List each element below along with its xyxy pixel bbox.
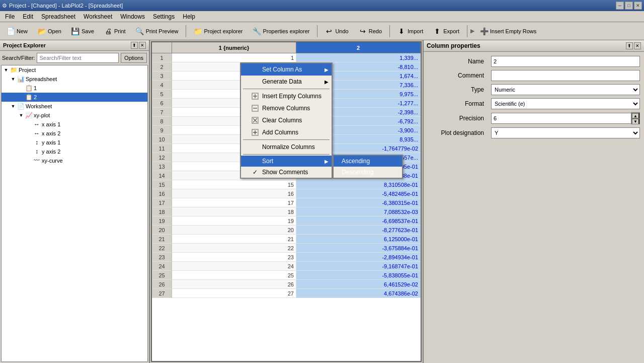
tree-item-col2[interactable]: ▶ 📋 2 — [2, 93, 147, 102]
table-row[interactable]: 2525-5,838055e-01 — [152, 271, 421, 280]
cell-col2[interactable]: 8,310508e-01 — [296, 180, 421, 189]
cell-col1[interactable]: 25 — [172, 271, 296, 280]
cell-col1[interactable]: 19 — [172, 216, 296, 226]
table-row[interactable]: 1616-5,482485e-01 — [152, 189, 421, 198]
table-row[interactable]: 1717-6,380315e-01 — [152, 198, 421, 207]
ctx-remove-columns[interactable]: Remove Columns — [241, 102, 332, 114]
cell-col1[interactable]: 20 — [172, 226, 296, 235]
table-row[interactable]: 26266,461529e-02 — [152, 280, 421, 289]
panel-close-button[interactable]: ✕ — [139, 42, 146, 49]
ctx-set-column-as[interactable]: Set Column As — [241, 63, 332, 76]
table-row[interactable]: 2020-8,277623e-01 — [152, 226, 421, 235]
new-button[interactable]: 📄 New — [2, 24, 32, 38]
cell-col2[interactable]: -9,168747e-01 — [296, 262, 421, 271]
ctx-sort[interactable]: Sort Ascending Descending — [241, 156, 332, 167]
ctx-show-comments[interactable]: ✓ Show Comments — [241, 167, 332, 178]
cell-col2[interactable]: -5,482485e-01 — [296, 189, 421, 198]
cell-col1[interactable]: 27 — [172, 289, 296, 298]
plot-designation-select[interactable]: Y X Z None — [491, 127, 640, 138]
tree-toggle-xyplot[interactable]: ▼ — [18, 112, 25, 119]
cell-col1[interactable]: 23 — [172, 253, 296, 262]
precision-up-button[interactable]: ▲ — [631, 113, 639, 118]
cell-col2[interactable]: -3,675884e-01 — [296, 244, 421, 253]
cell-col2[interactable]: 1,339... — [296, 53, 421, 62]
tree-item-worksheet[interactable]: ▼ 📄 Worksheet — [2, 102, 147, 111]
import-button[interactable]: ⬇ Import — [393, 24, 428, 38]
cell-col2[interactable]: -6,380315e-01 — [296, 198, 421, 207]
menu-help[interactable]: Help — [179, 12, 199, 21]
undo-button[interactable]: ↩ Undo — [320, 24, 353, 38]
insert-empty-rows-button[interactable]: ➕ Insert Empty Rows — [475, 24, 541, 38]
project-explorer-button[interactable]: 📁 Project explorer — [189, 24, 247, 38]
tree-item-col1[interactable]: ▶ 📋 1 — [2, 84, 147, 93]
print-preview-button[interactable]: 🔍 Print Preview — [131, 24, 183, 38]
col1-header[interactable]: 1 {numeric} — [172, 42, 296, 53]
cell-col1[interactable]: 21 — [172, 235, 296, 244]
cell-col1[interactable]: 15 — [172, 180, 296, 189]
export-button[interactable]: ⬆ Export — [429, 24, 464, 38]
menu-spreadsheet[interactable]: Spreadsheet — [37, 12, 79, 21]
minimize-button[interactable]: ─ — [616, 2, 624, 10]
type-select[interactable]: Numeric Text Integer DateTime — [491, 84, 640, 95]
table-row[interactable]: 2323-2,894934e-01 — [152, 253, 421, 262]
ctx-add-columns[interactable]: Add Columns — [241, 126, 332, 138]
maximize-button[interactable]: □ — [625, 2, 633, 10]
format-select[interactable]: Scientific (e) Number Fixed General — [491, 98, 640, 109]
tree-item-project[interactable]: ▼ 📁 Project — [2, 65, 147, 75]
table-row[interactable]: 111,339... — [152, 53, 421, 62]
tree-item-yaxis1[interactable]: ▶ ↕ y axis 1 — [2, 138, 147, 147]
cell-col2[interactable]: -5,838055e-01 — [296, 271, 421, 280]
redo-button[interactable]: ↪ Redo — [354, 24, 386, 38]
table-row[interactable]: 18187,088532e-03 — [152, 207, 421, 216]
ctx-normalize-columns[interactable]: Normalize Columns — [241, 141, 332, 153]
col2-header[interactable]: 2 — [296, 42, 421, 53]
cell-col2[interactable]: -2,894934e-01 — [296, 253, 421, 262]
cell-col2[interactable]: 6,125000e-01 — [296, 235, 421, 244]
options-button[interactable]: Options — [121, 53, 147, 63]
prop-panel-close-button[interactable]: ✕ — [634, 42, 641, 49]
table-row[interactable]: 2424-9,168747e-01 — [152, 262, 421, 271]
sort-descending[interactable]: Descending — [334, 167, 402, 178]
properties-explorer-button[interactable]: 🔧 Properties explorer — [248, 24, 314, 38]
ctx-insert-empty-columns[interactable]: Insert Empty Columns — [241, 90, 332, 102]
table-row[interactable]: 1919-6,698537e-01 — [152, 216, 421, 226]
ctx-generate-data[interactable]: Generate Data — [241, 76, 332, 88]
ctx-clear-columns[interactable]: Clear Columns — [241, 114, 332, 126]
tree-item-xyplot[interactable]: ▼ 📈 xy-plot — [2, 111, 147, 120]
tree-item-yaxis2[interactable]: ▶ ↕ y axis 2 — [2, 147, 147, 156]
cell-col2[interactable]: 7,088532e-03 — [296, 207, 421, 216]
save-button[interactable]: 💾 Save — [67, 24, 99, 38]
menu-windows[interactable]: Windows — [116, 12, 149, 21]
cell-col2[interactable]: 6,461529e-02 — [296, 280, 421, 289]
menu-settings[interactable]: Settings — [149, 12, 179, 21]
cell-col1[interactable]: 18 — [172, 207, 296, 216]
print-button[interactable]: 🖨 Print — [100, 24, 130, 38]
comment-input[interactable] — [491, 70, 640, 81]
precision-input[interactable] — [491, 113, 631, 124]
tree-item-xaxis1[interactable]: ▶ ↔ x axis 1 — [2, 120, 147, 129]
menu-edit[interactable]: Edit — [19, 12, 37, 21]
table-row[interactable]: 15158,310508e-01 — [152, 180, 421, 189]
table-row[interactable]: 21216,125000e-01 — [152, 235, 421, 244]
cell-col1[interactable]: 26 — [172, 280, 296, 289]
tree-toggle-worksheet[interactable]: ▼ — [10, 103, 17, 110]
open-button[interactable]: 📂 Open — [33, 24, 66, 38]
cell-col1[interactable]: 22 — [172, 244, 296, 253]
tree-toggle-project[interactable]: ▼ — [3, 66, 10, 74]
cell-col2[interactable]: 4,674386e-02 — [296, 289, 421, 298]
cell-col1[interactable]: 1 — [172, 53, 296, 62]
tree-item-xaxis2[interactable]: ▶ ↔ x axis 2 — [2, 129, 147, 138]
menu-worksheet[interactable]: Worksheet — [79, 12, 116, 21]
tree-item-xycurve[interactable]: ▶ 〰 xy-curve — [2, 156, 147, 165]
precision-down-button[interactable]: ▼ — [631, 118, 639, 124]
panel-float-button[interactable]: ⬆ — [131, 42, 138, 49]
cell-col1[interactable]: 24 — [172, 262, 296, 271]
close-button[interactable]: ✕ — [634, 2, 642, 10]
tree-item-spreadsheet[interactable]: ▼ 📊 Spreadsheet — [2, 75, 147, 84]
cell-col2[interactable]: -6,698537e-01 — [296, 216, 421, 226]
sort-ascending[interactable]: Ascending — [334, 156, 402, 167]
table-row[interactable]: 2222-3,675884e-01 — [152, 244, 421, 253]
cell-col1[interactable]: 17 — [172, 198, 296, 207]
name-input[interactable] — [491, 56, 640, 67]
cell-col2[interactable]: -8,277623e-01 — [296, 226, 421, 235]
